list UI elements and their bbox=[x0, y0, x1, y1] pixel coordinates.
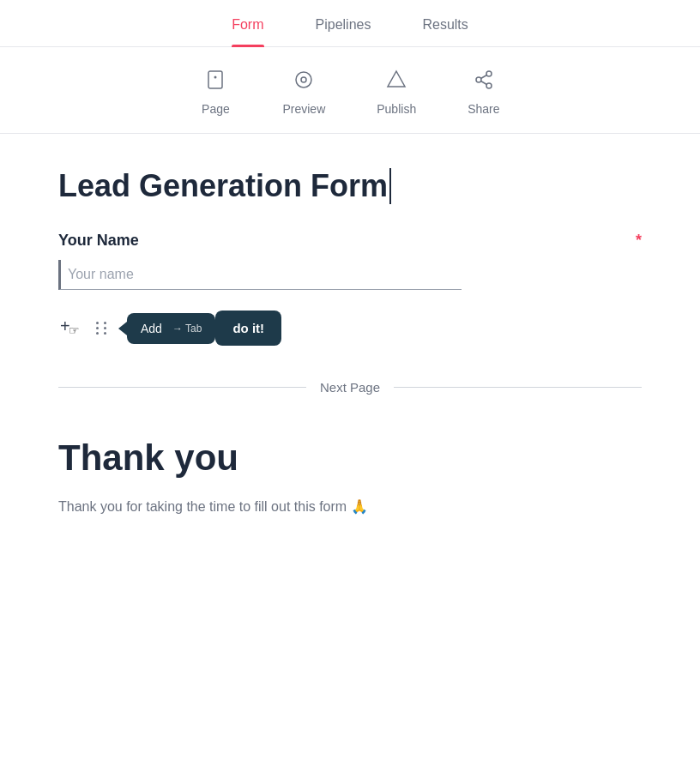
cursor-icon: ☞ bbox=[69, 323, 80, 337]
publish-icon bbox=[381, 64, 412, 95]
share-icon bbox=[468, 64, 499, 95]
svg-line-9 bbox=[480, 81, 486, 85]
name-input[interactable] bbox=[58, 260, 462, 290]
submit-button[interactable]: do it! bbox=[215, 311, 281, 346]
toolbar: Page Preview Publish bbox=[0, 47, 700, 134]
thank-you-section: Thank you Thank you for taking the time … bbox=[58, 429, 642, 518]
required-indicator: * bbox=[636, 232, 642, 250]
tooltip-and-submit: Add → Tab do it! bbox=[118, 311, 281, 346]
field-label-name: Your Name * bbox=[58, 232, 642, 250]
svg-point-2 bbox=[214, 76, 217, 79]
tooltip-body: Add → Tab bbox=[127, 313, 215, 344]
drag-dot bbox=[96, 332, 99, 335]
main-content: Lead Generation Form Your Name * + ☞ bbox=[24, 134, 676, 552]
nav-tab-form[interactable]: Form bbox=[232, 17, 263, 46]
nav-tab-results[interactable]: Results bbox=[422, 17, 468, 46]
tooltip-tab-text: → Tab bbox=[172, 323, 202, 335]
drag-handle[interactable] bbox=[93, 318, 112, 338]
drag-dot bbox=[96, 327, 99, 329]
toolbar-preview[interactable]: Preview bbox=[282, 64, 325, 116]
drag-dot bbox=[104, 322, 106, 324]
thank-you-title: Thank you bbox=[58, 437, 642, 479]
svg-point-4 bbox=[301, 77, 306, 82]
form-field-name: Your Name * bbox=[58, 232, 642, 290]
add-element-button[interactable]: + ☞ bbox=[58, 315, 86, 342]
thank-you-message: Thank you for taking the time to fill ou… bbox=[58, 496, 642, 518]
next-page-divider: Next Page bbox=[58, 380, 642, 395]
top-navigation: Form Pipelines Results bbox=[0, 0, 700, 47]
divider-line-left bbox=[58, 387, 306, 388]
drag-dot bbox=[104, 332, 106, 335]
svg-point-3 bbox=[296, 72, 311, 87]
preview-icon bbox=[288, 64, 319, 95]
svg-point-7 bbox=[476, 77, 481, 82]
nav-tab-pipelines[interactable]: Pipelines bbox=[316, 17, 371, 46]
page-icon bbox=[200, 64, 231, 95]
add-button-area: + ☞ Add → Tab bbox=[58, 311, 642, 346]
divider-line-right bbox=[394, 387, 642, 388]
drag-dot bbox=[104, 327, 106, 329]
next-page-label: Next Page bbox=[320, 380, 380, 395]
add-tooltip: Add → Tab bbox=[118, 313, 215, 344]
toolbar-share-label: Share bbox=[468, 102, 499, 116]
svg-line-10 bbox=[480, 75, 486, 79]
toolbar-publish-label: Publish bbox=[377, 102, 416, 116]
form-title[interactable]: Lead Generation Form bbox=[58, 168, 391, 204]
svg-rect-0 bbox=[208, 71, 222, 88]
svg-point-8 bbox=[486, 83, 492, 88]
drag-handle-dots bbox=[96, 322, 108, 335]
toolbar-page[interactable]: Page bbox=[200, 64, 231, 116]
tooltip-arrow bbox=[118, 322, 127, 335]
svg-point-6 bbox=[486, 71, 492, 76]
field-label-text: Your Name bbox=[58, 232, 139, 250]
svg-marker-5 bbox=[388, 71, 405, 87]
drag-dot bbox=[96, 322, 99, 324]
toolbar-publish[interactable]: Publish bbox=[377, 64, 416, 116]
tooltip-add-text: Add bbox=[141, 322, 162, 335]
toolbar-page-label: Page bbox=[202, 102, 230, 116]
toolbar-share[interactable]: Share bbox=[468, 64, 499, 116]
toolbar-preview-label: Preview bbox=[282, 102, 325, 116]
